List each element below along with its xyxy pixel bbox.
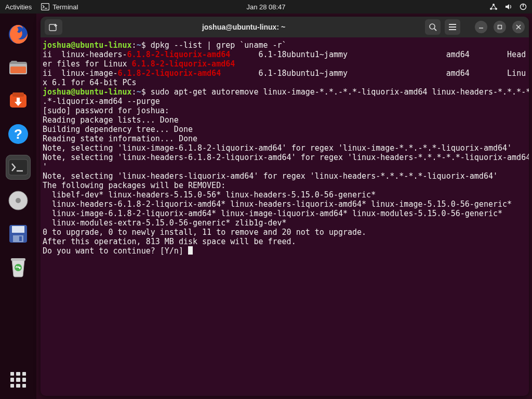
out: linux-headers-6.1.8-2-liquorix-amd64* li…	[43, 200, 512, 209]
svg-rect-16	[9, 159, 28, 175]
app-menu[interactable]: Terminal	[41, 3, 78, 11]
out: er files for Linux	[43, 59, 132, 69]
svg-point-30	[430, 24, 435, 29]
dock-files[interactable]	[6, 55, 31, 80]
cmd-1: dpkg --list | grep `uname -r`	[146, 41, 287, 50]
svg-rect-10	[11, 61, 17, 64]
out-red: 6.1.8-2-liquorix-amd64	[127, 50, 231, 59]
dock-trash[interactable]	[6, 255, 31, 280]
out-red: 6.1.8-2-liquorix-amd64	[118, 69, 221, 78]
dock-help[interactable]: ?	[6, 122, 31, 147]
out: Do you want to continue? [Y/n]	[43, 246, 188, 256]
maximize-icon	[497, 24, 502, 30]
prompt-path: ~	[137, 41, 141, 50]
terminal-window: joshua@ubuntu-linux: ~ joshua@ubuntu-lin…	[41, 17, 529, 396]
out: Note, selecting 'linux-image-6.1.8-2-liq…	[43, 143, 512, 153]
out: Building dependency tree... Done	[43, 125, 193, 134]
dock-disks[interactable]	[6, 188, 31, 213]
svg-rect-25	[11, 258, 25, 261]
out: [sudo] password for joshua:	[43, 106, 174, 115]
dock: ?	[0, 14, 36, 399]
cmd-2: sudo apt-get autoremove linux-image-*.*.…	[146, 87, 529, 97]
svg-text:?: ?	[14, 126, 22, 142]
window-title: joshua@ubuntu-linux: ~	[66, 23, 421, 31]
search-icon	[429, 23, 437, 31]
app-menu-label: Terminal	[52, 3, 78, 11]
svg-rect-22	[12, 226, 24, 233]
prompt-user: joshua@ubuntu-linux	[43, 41, 132, 50]
prompt-user: joshua@ubuntu-linux	[43, 87, 132, 97]
svg-rect-24	[19, 236, 22, 241]
new-tab-button[interactable]	[45, 19, 62, 35]
out-red: 6.1.8-2-liquorix-amd64	[132, 59, 235, 69]
out: 6.1-18ubuntu1~jammy amd64 Linu	[221, 69, 526, 78]
dock-firefox[interactable]	[6, 22, 31, 47]
out: The following packages will be REMOVED:	[43, 181, 225, 190]
out: 0 to upgrade, 0 to newly install, 11 to …	[43, 228, 366, 237]
out: 6.1-18ubuntu1~jammy amd64 Head	[230, 50, 526, 59]
terminal-content[interactable]: joshua@ubuntu-linux:~$ dpkg --list | gre…	[41, 37, 529, 396]
svg-rect-11	[10, 66, 26, 73]
out: Note, selecting 'linux-headers-liquorix-…	[43, 171, 498, 181]
prompt-path: ~	[137, 87, 141, 97]
maximize-button[interactable]	[494, 21, 506, 33]
out: Reading package lists... Done	[43, 115, 179, 125]
titlebar[interactable]: joshua@ubuntu-linux: ~	[41, 17, 529, 37]
svg-line-31	[434, 29, 436, 31]
out: ii linux-image-	[43, 69, 118, 78]
network-icon[interactable]	[489, 3, 498, 10]
svg-rect-0	[42, 4, 49, 10]
dock-terminal[interactable]	[6, 155, 31, 180]
out: Note, selecting 'linux-headers-6.1.8-2-l…	[43, 153, 529, 162]
out: libelf-dev* linux-headers-5.15.0-56* lin…	[43, 190, 376, 200]
hamburger-icon	[448, 23, 457, 31]
clock[interactable]: Jan 28 08:47	[246, 3, 285, 11]
svg-point-20	[16, 198, 21, 203]
out: linux-image-6.1.8-2-liquorix-amd64* linu…	[43, 209, 502, 218]
minimize-button[interactable]	[475, 21, 487, 33]
search-button[interactable]	[425, 19, 441, 35]
out: x 6.1 for 64-bit PCs	[43, 78, 137, 87]
out: linux-modules-extra-5.15.0-56-generic* z…	[43, 218, 287, 228]
minimize-icon	[478, 24, 484, 30]
svg-rect-13	[12, 92, 24, 97]
menu-button[interactable]	[445, 19, 460, 35]
out: After this operation, 813 MB disk space …	[43, 237, 296, 246]
dock-software[interactable]	[6, 88, 31, 113]
volume-icon[interactable]	[505, 3, 512, 10]
cmd-2-cont: .*-liquorix-amd64 --purge	[43, 97, 160, 106]
svg-rect-36	[498, 25, 502, 29]
close-icon	[516, 24, 521, 30]
new-tab-icon	[49, 23, 58, 31]
power-icon[interactable]	[520, 3, 527, 10]
cursor	[188, 246, 193, 255]
terminal-icon	[41, 3, 49, 10]
out: Reading state information... Done	[43, 134, 197, 143]
out: '	[43, 162, 47, 171]
close-button[interactable]	[512, 21, 525, 33]
dock-save[interactable]	[6, 221, 31, 246]
out: ii linux-headers-	[43, 50, 127, 59]
gnome-topbar: Activities Terminal Jan 28 08:47	[0, 0, 532, 14]
activities-button[interactable]: Activities	[5, 3, 32, 11]
show-applications[interactable]	[10, 372, 26, 388]
